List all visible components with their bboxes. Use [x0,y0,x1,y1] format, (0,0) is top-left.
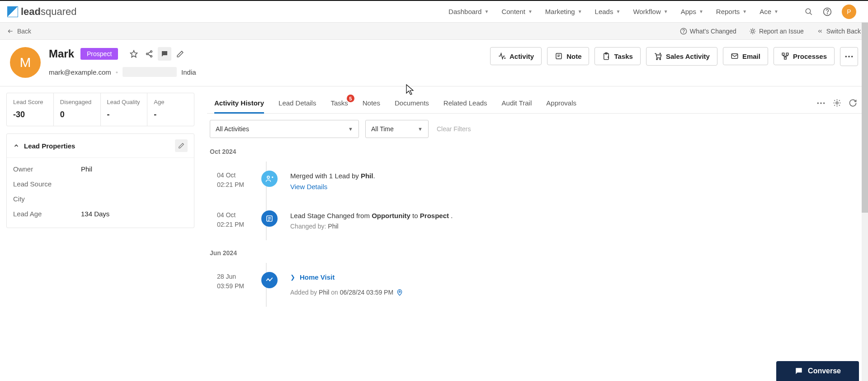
gear-icon[interactable] [833,99,841,107]
share-icon[interactable] [142,47,156,61]
svg-line-12 [148,52,151,54]
caret-icon: ▼ [578,9,582,14]
tab-audit-trail[interactable]: Audit Trail [502,93,532,113]
separator: • [116,68,118,76]
whats-changed-link[interactable]: What's Changed [680,28,736,35]
svg-point-0 [806,9,811,14]
time-range-select[interactable]: All Time▼ [365,120,429,138]
svg-point-36 [848,56,849,57]
activity-type-select[interactable]: All Activities▼ [210,120,359,138]
activity-button[interactable]: Activity [490,47,542,65]
tab-related-leads[interactable]: Related Leads [443,93,487,113]
nav-apps[interactable]: Apps▼ [681,8,703,15]
stage-badge: Prospect [80,48,118,60]
clear-filters-link[interactable]: Clear Filters [437,125,471,133]
lead-country: India [181,68,196,76]
note-icon [555,52,563,60]
stage-change-icon [261,210,278,227]
message-icon[interactable] [158,47,171,61]
caret-icon: ▼ [742,9,747,14]
activity-icon [498,52,506,60]
view-details-link[interactable]: View Details [290,181,375,192]
svg-point-49 [399,291,400,292]
tab-tasks[interactable]: Tasks5 [330,93,348,113]
svg-point-37 [851,56,853,57]
lead-name: Mark [49,48,74,60]
refresh-icon[interactable] [849,99,857,107]
timeline-month: Oct 2024 [210,148,859,155]
location-icon[interactable] [396,289,403,296]
tab-approvals[interactable]: Approvals [546,93,576,113]
prop-lead-age: Lead Age134 Days [13,206,188,221]
nav-leads[interactable]: Leads▼ [595,8,621,15]
caret-icon: ▼ [699,9,703,14]
tab-lead-details[interactable]: Lead Details [278,93,316,113]
sub-bar: Back What's Changed Report an Issue Swit… [0,23,868,40]
nav-content[interactable]: Content▼ [501,8,532,15]
svg-line-13 [148,54,151,56]
lead-stats: Lead Score-30 Disengaged0 Lead Quality- … [6,93,194,126]
info-icon [680,28,687,35]
tab-documents[interactable]: Documents [395,93,429,113]
stat-disengaged: Disengaged0 [54,93,101,126]
scrollbar-thumb[interactable] [862,23,868,213]
email-button[interactable]: Email [723,47,768,65]
cart-icon [654,52,662,61]
svg-point-38 [817,102,819,104]
processes-icon [781,52,789,60]
switch-back-link[interactable]: Switch Back [816,28,861,35]
timeline-item-merge: 04 Oct02:21 PM Merged with 1 Lead by Phi… [210,162,859,201]
edit-icon[interactable] [173,47,187,61]
dots-icon [844,55,854,58]
tab-notes[interactable]: Notes [363,93,380,113]
star-icon[interactable] [127,47,141,61]
report-issue-link[interactable]: Report an Issue [749,28,804,35]
tab-more-icon[interactable] [816,102,826,105]
nav-workflow[interactable]: Workflow▼ [633,8,668,15]
visit-icon [261,272,278,288]
caret-icon: ▼ [774,9,778,14]
caret-icon: ▼ [418,126,423,132]
lead-phone-redacted [123,67,177,77]
svg-point-42 [267,176,269,178]
properties-title: Lead Properties [24,142,75,150]
edit-properties-button[interactable] [175,139,188,152]
svg-point-41 [836,102,838,104]
prop-city: City [13,191,188,206]
svg-point-24 [660,59,660,60]
logo-icon [7,6,18,17]
tasks-count-badge: 5 [347,95,354,102]
expand-icon[interactable]: ❯ [290,273,295,282]
tasks-button[interactable]: Tasks [594,47,640,65]
help-icon[interactable] [823,7,832,16]
chevron-up-icon[interactable] [13,143,19,149]
note-button[interactable]: Note [547,47,589,65]
search-icon[interactable] [805,8,813,16]
pencil-icon [178,143,184,149]
svg-marker-8 [131,51,137,57]
svg-point-35 [845,56,847,57]
lead-header: M Mark Prospect mark@example.com • India… [0,40,868,86]
svg-point-6 [683,33,684,33]
nav-marketing[interactable]: Marketing▼ [545,8,582,15]
logo[interactable]: leadsquared [7,6,77,18]
svg-point-7 [751,30,754,32]
email-icon [731,52,739,60]
stat-age: Age- [147,93,194,126]
nav-reports[interactable]: Reports▼ [716,8,747,15]
svg-point-39 [820,102,821,104]
tab-activity-history[interactable]: Activity History [214,93,264,113]
activity-title-link[interactable]: Home Visit [300,272,335,283]
back-button[interactable]: Back [7,28,31,35]
caret-icon: ▼ [528,9,533,14]
prop-lead-source: Lead Source [13,176,188,191]
sales-activity-button[interactable]: Sales Activity [646,47,717,66]
lead-properties-card: Lead Properties OwnerPhil Lead Source Ci… [6,133,194,228]
merge-icon [261,171,278,187]
more-actions-button[interactable] [840,47,858,66]
nav-ace[interactable]: Ace▼ [760,8,778,15]
user-avatar[interactable]: P [842,5,856,19]
processes-button[interactable]: Processes [774,47,835,65]
scrollbar[interactable] [862,23,868,316]
nav-dashboard[interactable]: Dashboard▼ [448,8,489,15]
